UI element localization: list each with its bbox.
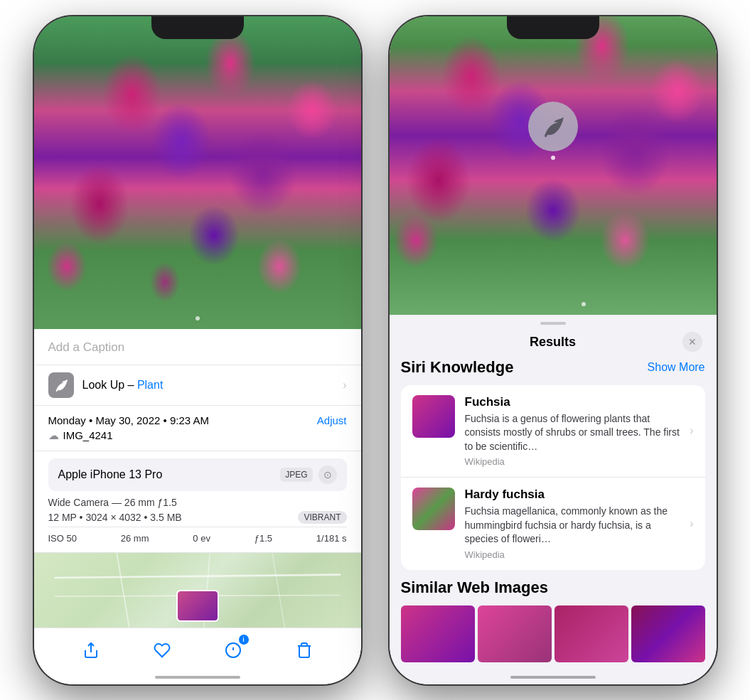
notch-right xyxy=(507,16,599,39)
siri-dot xyxy=(551,156,555,160)
camera-badges: JPEG ⊙ xyxy=(280,465,336,484)
camera-section: Apple iPhone 13 Pro JPEG ⊙ Wide Camera —… xyxy=(34,451,361,553)
camera-model: Apple iPhone 13 Pro xyxy=(58,468,163,481)
flower-image-content xyxy=(34,16,361,329)
svg-line-0 xyxy=(54,574,341,577)
page-dot-right xyxy=(582,302,586,306)
info-icon xyxy=(225,642,242,659)
left-phone: Add a Caption Look Up – Plant › Monday •… xyxy=(34,16,361,684)
similar-image-4[interactable] xyxy=(631,605,705,662)
share-button[interactable] xyxy=(78,637,104,663)
camera-model-row: Apple iPhone 13 Pro JPEG ⊙ xyxy=(48,458,347,491)
format-badge: JPEG xyxy=(280,468,312,482)
show-more-button[interactable]: Show More xyxy=(648,361,705,374)
date-text: Monday • May 30, 2022 • 9:23 AM xyxy=(48,414,209,426)
page-indicator xyxy=(195,316,200,321)
siri-visual-intelligence-bubble[interactable] xyxy=(528,102,578,151)
right-phone: Results ✕ Siri Knowledge Show More Fuchs… xyxy=(390,16,717,684)
siri-knowledge-header: Siri Knowledge Show More xyxy=(401,358,705,377)
hardy-thumbnail xyxy=(412,488,455,530)
map-section[interactable] xyxy=(34,553,361,628)
results-title: Results xyxy=(530,335,576,350)
notch xyxy=(151,16,244,39)
svg-line-2 xyxy=(117,553,129,628)
info-badge: i xyxy=(239,635,249,645)
trash-icon xyxy=(296,642,313,659)
results-header: Results ✕ xyxy=(390,332,717,358)
cloud-icon: ☁ xyxy=(48,429,59,442)
siri-knowledge-title: Siri Knowledge xyxy=(401,358,514,377)
drag-handle[interactable] xyxy=(390,315,717,332)
lookup-row[interactable]: Look Up – Plant › xyxy=(34,365,361,406)
knowledge-item-hardy[interactable]: Hardy fuchsia Fuchsia magellanica, commo… xyxy=(401,477,705,570)
aperture-value: ƒ1.5 xyxy=(255,533,272,544)
results-content: Siri Knowledge Show More Fuchsia Fuchsia… xyxy=(390,358,717,684)
fuchsia-title: Fuchsia xyxy=(465,395,680,409)
flower-photo[interactable] xyxy=(34,16,361,329)
knowledge-card: Fuchsia Fuchsia is a genus of flowering … xyxy=(401,385,705,571)
info-button[interactable]: i xyxy=(220,637,246,663)
fuchsia-thumbnail xyxy=(412,395,455,438)
similar-images-row xyxy=(401,605,705,662)
similar-image-3[interactable] xyxy=(555,605,628,662)
iso-value: ISO 50 xyxy=(48,533,77,544)
fuchsia-source: Wikipedia xyxy=(465,456,680,467)
map-background xyxy=(34,553,361,628)
results-panel: Results ✕ Siri Knowledge Show More Fuchs… xyxy=(390,315,717,684)
similar-image-2[interactable] xyxy=(478,605,552,662)
favorite-button[interactable] xyxy=(149,637,175,663)
handle-bar xyxy=(540,322,566,325)
hardy-source: Wikipedia xyxy=(465,549,680,560)
similar-web-title: Similar Web Images xyxy=(401,578,705,597)
focal-length: 26 mm xyxy=(121,533,149,544)
lookup-chevron: › xyxy=(343,379,346,392)
wide-camera-detail: Wide Camera — 26 mm ƒ1.5 xyxy=(48,497,347,508)
heart-icon xyxy=(154,642,171,659)
hardy-description: Fuchsia magellanica, commonly known as t… xyxy=(465,505,680,546)
right-phone-screen: Results ✕ Siri Knowledge Show More Fuchs… xyxy=(390,16,717,684)
leaf-icon xyxy=(53,377,69,393)
svg-line-4 xyxy=(272,553,285,628)
fuchsia-description: Fuchsia is a genus of flowering plants t… xyxy=(465,412,680,454)
exposure-value: 0 ev xyxy=(193,533,210,544)
similar-web-section: Similar Web Images xyxy=(401,578,705,662)
home-indicator-right xyxy=(510,676,596,679)
date-section: Monday • May 30, 2022 • 9:23 AM Adjust ☁… xyxy=(34,406,361,451)
similar-image-1[interactable] xyxy=(401,605,475,662)
knowledge-item-fuchsia[interactable]: Fuchsia Fuchsia is a genus of flowering … xyxy=(401,385,705,478)
photo-thumbnail xyxy=(176,590,219,622)
caption-input[interactable]: Add a Caption xyxy=(34,329,361,365)
location-button[interactable]: ⊙ xyxy=(318,465,337,484)
hardy-chevron: › xyxy=(690,517,693,530)
lookup-label: Look Up – Plant xyxy=(82,379,164,392)
siri-leaf-icon xyxy=(540,114,566,139)
fuchsia-chevron: › xyxy=(690,424,693,437)
photo-info-panel: Add a Caption Look Up – Plant › Monday •… xyxy=(34,329,361,628)
filename: IMG_4241 xyxy=(63,429,113,441)
home-indicator xyxy=(155,676,240,679)
exif-row: ISO 50 26 mm 0 ev ƒ1.5 1/181 s xyxy=(48,527,347,545)
lookup-icon xyxy=(48,372,74,398)
camera-specs: 12 MP • 3024 × 4032 • 3.5 MB xyxy=(48,512,182,523)
camera-specs-row: 12 MP • 3024 × 4032 • 3.5 MB VIBRANT xyxy=(48,511,347,524)
close-button[interactable]: ✕ xyxy=(682,332,702,352)
left-phone-screen: Add a Caption Look Up – Plant › Monday •… xyxy=(34,16,361,684)
delete-button[interactable] xyxy=(291,637,317,663)
shutter-speed: 1/181 s xyxy=(316,533,347,544)
hardy-title: Hardy fuchsia xyxy=(465,488,680,502)
right-flower-photo[interactable] xyxy=(390,16,717,315)
right-flower-image-content xyxy=(390,16,717,315)
fuchsia-text: Fuchsia Fuchsia is a genus of flowering … xyxy=(465,395,680,468)
adjust-button[interactable]: Adjust xyxy=(317,414,347,426)
share-icon xyxy=(82,642,100,659)
hardy-text: Hardy fuchsia Fuchsia magellanica, commo… xyxy=(465,488,680,560)
filter-badge: VIBRANT xyxy=(298,511,346,524)
